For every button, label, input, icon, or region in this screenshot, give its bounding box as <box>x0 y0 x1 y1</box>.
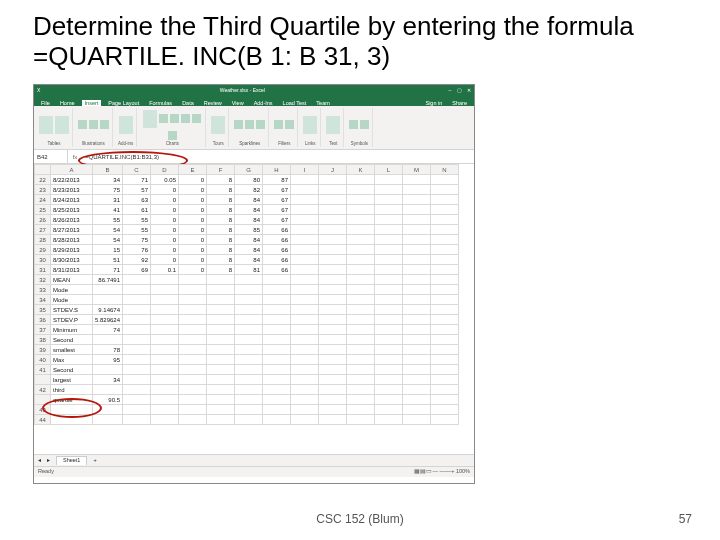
cell[interactable]: 8 <box>207 195 235 205</box>
cell[interactable] <box>375 355 403 365</box>
row-header[interactable]: 35 <box>35 305 51 315</box>
cell[interactable] <box>263 355 291 365</box>
cell[interactable]: 84 <box>235 245 263 255</box>
cell[interactable] <box>431 375 459 385</box>
cell[interactable] <box>291 215 319 225</box>
cell[interactable] <box>93 285 123 295</box>
name-box[interactable]: B42 <box>34 150 68 163</box>
ribbon-group-illustrations[interactable]: Illustrations <box>75 108 113 147</box>
cell[interactable] <box>347 225 375 235</box>
cell[interactable] <box>347 205 375 215</box>
cell[interactable] <box>93 295 123 305</box>
column-header[interactable]: C <box>123 165 151 175</box>
cell[interactable] <box>403 305 431 315</box>
cell[interactable] <box>347 235 375 245</box>
cell[interactable]: 84 <box>235 205 263 215</box>
cell[interactable] <box>403 215 431 225</box>
ribbon-group-tours[interactable]: Tours <box>208 108 229 147</box>
cell[interactable] <box>207 335 235 345</box>
cell[interactable]: 0 <box>151 255 179 265</box>
row-header[interactable]: 39 <box>35 345 51 355</box>
cell[interactable] <box>207 325 235 335</box>
row-header[interactable]: 30 <box>35 255 51 265</box>
cell[interactable] <box>431 365 459 375</box>
cell[interactable] <box>263 395 291 405</box>
cell[interactable] <box>319 395 347 405</box>
cell[interactable] <box>347 255 375 265</box>
ribbon-group-tables[interactable]: Tables <box>36 108 73 147</box>
fx-icon[interactable]: fx <box>68 154 82 160</box>
cell[interactable] <box>403 225 431 235</box>
cell[interactable] <box>375 315 403 325</box>
cell[interactable] <box>235 375 263 385</box>
cell[interactable]: 66 <box>263 245 291 255</box>
cell[interactable] <box>347 185 375 195</box>
cell[interactable]: 92 <box>123 255 151 265</box>
cell[interactable]: MEAN <box>51 275 93 285</box>
cell[interactable] <box>151 305 179 315</box>
cell[interactable]: 0 <box>179 185 207 195</box>
cell[interactable]: 8 <box>207 265 235 275</box>
cell[interactable] <box>207 405 235 415</box>
cell[interactable] <box>347 315 375 325</box>
cell[interactable] <box>431 345 459 355</box>
cell[interactable] <box>263 405 291 415</box>
cell[interactable] <box>291 245 319 255</box>
cell[interactable] <box>319 245 347 255</box>
cell[interactable] <box>151 345 179 355</box>
cell[interactable]: 57 <box>123 185 151 195</box>
cell[interactable]: 55 <box>123 215 151 225</box>
cell[interactable] <box>291 275 319 285</box>
tab-view[interactable]: View <box>229 100 247 107</box>
cell[interactable] <box>291 265 319 275</box>
cell[interactable] <box>207 355 235 365</box>
cell[interactable]: 0 <box>179 175 207 185</box>
cell[interactable] <box>375 215 403 225</box>
cell[interactable] <box>375 235 403 245</box>
column-header[interactable]: N <box>431 165 459 175</box>
cell[interactable] <box>151 365 179 375</box>
cell[interactable] <box>347 275 375 285</box>
column-header[interactable]: G <box>235 165 263 175</box>
cell[interactable]: 0 <box>179 235 207 245</box>
ribbon-group-symbols[interactable]: Symbols <box>346 108 373 147</box>
cell[interactable] <box>123 355 151 365</box>
row-header[interactable] <box>35 375 51 385</box>
column-header[interactable]: L <box>375 165 403 175</box>
cell[interactable] <box>403 395 431 405</box>
cell[interactable] <box>319 315 347 325</box>
cell[interactable] <box>123 375 151 385</box>
cell[interactable]: 61 <box>123 205 151 215</box>
cell[interactable] <box>319 255 347 265</box>
cell[interactable]: smallest <box>51 345 93 355</box>
cell[interactable] <box>431 235 459 245</box>
formula-bar[interactable]: =QUARTILE.INC(B1:B31,3) <box>82 154 474 160</box>
cell[interactable]: 41 <box>93 205 123 215</box>
cell[interactable] <box>403 365 431 375</box>
cell[interactable] <box>431 255 459 265</box>
cell[interactable] <box>235 385 263 395</box>
cell[interactable] <box>151 355 179 365</box>
cell[interactable] <box>403 175 431 185</box>
cell[interactable] <box>291 415 319 425</box>
cell[interactable]: STDEV.P <box>51 315 93 325</box>
cell[interactable] <box>207 275 235 285</box>
cell[interactable] <box>291 395 319 405</box>
zoom-level[interactable]: + 100% <box>451 469 470 475</box>
cell[interactable] <box>403 265 431 275</box>
row-header[interactable]: 27 <box>35 225 51 235</box>
cell[interactable] <box>375 415 403 425</box>
cell[interactable]: 71 <box>123 175 151 185</box>
tab-formulas[interactable]: Formulas <box>146 100 175 107</box>
cell[interactable] <box>319 175 347 185</box>
cell[interactable] <box>319 365 347 375</box>
cell[interactable] <box>291 325 319 335</box>
cell[interactable]: 54 <box>93 235 123 245</box>
cell[interactable] <box>375 255 403 265</box>
cell[interactable] <box>431 185 459 195</box>
cell[interactable]: 31 <box>93 195 123 205</box>
cell[interactable] <box>291 305 319 315</box>
cell[interactable]: STDEV.S <box>51 305 93 315</box>
cell[interactable] <box>123 395 151 405</box>
cell[interactable] <box>179 345 207 355</box>
